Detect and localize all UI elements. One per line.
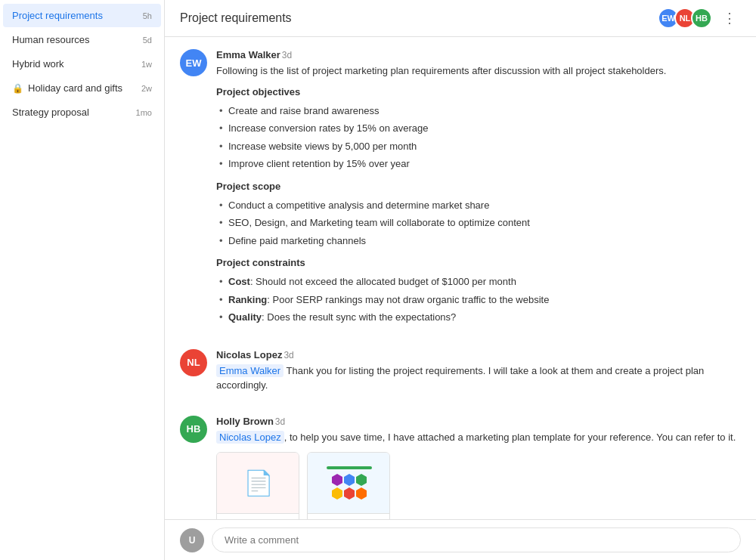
section-title: Project scope bbox=[216, 181, 741, 192]
lock-icon: 🔒 bbox=[12, 83, 23, 94]
hex bbox=[356, 487, 367, 500]
sidebar-item-badge: 1mo bbox=[136, 108, 152, 117]
hex-row bbox=[332, 487, 367, 500]
header-right: EW NL HB ⋮ bbox=[658, 8, 741, 29]
attachment-thumb: 📄 bbox=[217, 453, 299, 513]
post-avatar: NL bbox=[180, 349, 207, 376]
page-title: Project requirements bbox=[180, 11, 292, 25]
sidebar-item-label: Hybrid work bbox=[12, 58, 137, 70]
hex-row bbox=[332, 474, 367, 486]
more-options-button[interactable]: ⋮ bbox=[718, 8, 741, 28]
sidebar-item-label: Holiday card and gifts bbox=[28, 82, 137, 94]
list-item: Quality: Does the result sync with the e… bbox=[216, 308, 741, 326]
post-text: Emma Walker Thank you for listing the pr… bbox=[216, 364, 741, 393]
sidebar-item-strategy-proposal[interactable]: Strategy proposal1mo bbox=[3, 101, 161, 124]
post-holly-post: HBHolly Brown3dNicolas Lopez, to help yo… bbox=[180, 416, 741, 520]
hex-visual bbox=[327, 466, 372, 500]
bullet-list: Create and raise brand awarenessIncrease… bbox=[216, 102, 741, 173]
list-item: Conduct a competitive analysis and deter… bbox=[216, 196, 741, 215]
bullet-list: Conduct a competitive analysis and deter… bbox=[216, 196, 741, 250]
list-item: Define paid marketing channels bbox=[216, 232, 741, 250]
list-item: SEO, Design, and Marketing team will col… bbox=[216, 214, 741, 232]
list-item: Create and raise brand awareness bbox=[216, 102, 741, 120]
hex bbox=[332, 487, 342, 500]
current-user-avatar: U bbox=[180, 528, 204, 552]
comment-input[interactable] bbox=[212, 528, 741, 552]
avatar-group: EW NL HB bbox=[658, 8, 712, 29]
post-time: 3d bbox=[284, 350, 293, 360]
hex bbox=[332, 474, 342, 486]
attachment-info: Marketing-stra...Proof this file 2h bbox=[308, 513, 389, 519]
comment-input-area: U bbox=[165, 519, 756, 560]
mention: Nicolas Lopez bbox=[216, 431, 284, 444]
list-item: Cost: Should not exceed the allocated bu… bbox=[216, 273, 741, 291]
post-avatar: EW bbox=[180, 49, 207, 76]
post-time: 3d bbox=[275, 416, 285, 427]
sidebar-item-badge: 2w bbox=[141, 84, 152, 93]
mention: Emma Walker bbox=[216, 364, 284, 377]
sidebar-item-project-requirements[interactable]: Project requirements5h bbox=[3, 4, 161, 27]
post-body: Emma Walker3dFollowing is the list of pr… bbox=[216, 49, 741, 331]
hex bbox=[356, 474, 367, 486]
list-item: Ranking: Poor SERP rankings may not draw… bbox=[216, 291, 741, 309]
post-avatar: HB bbox=[180, 416, 207, 443]
sidebar-item-label: Strategy proposal bbox=[12, 107, 132, 118]
main-panel: Project requirements EW NL HB ⋮ EWEmma W… bbox=[165, 0, 756, 560]
hex bbox=[344, 487, 355, 500]
sidebar-item-human-resources[interactable]: Human resources5d bbox=[3, 28, 161, 51]
avatar-3: HB bbox=[691, 8, 712, 29]
attachments: 📄Marketing-plan...Proof this file 2h bbox=[216, 452, 741, 519]
sidebar-item-holiday-card[interactable]: 🔒Holiday card and gifts2w bbox=[3, 76, 161, 100]
sidebar: Project requirements5hHuman resources5dH… bbox=[0, 0, 165, 560]
green-bar bbox=[327, 466, 372, 469]
post-body: Holly Brown3dNicolas Lopez, to help you … bbox=[216, 416, 741, 520]
main-header: Project requirements EW NL HB ⋮ bbox=[165, 0, 756, 37]
list-item: Increase conversion rates by 15% on aver… bbox=[216, 119, 741, 138]
attachment-card[interactable]: 📄Marketing-plan...Proof this file 2h bbox=[216, 452, 299, 519]
post-author: Holly Brown3d bbox=[216, 416, 741, 427]
sidebar-item-badge: 5h bbox=[143, 11, 152, 20]
list-item: Improve client retention by 15% over yea… bbox=[216, 155, 741, 173]
section-title: Project objectives bbox=[216, 86, 741, 97]
sidebar-item-label: Human resources bbox=[12, 34, 138, 45]
pdf-icon: 📄 bbox=[243, 469, 274, 497]
attachment-thumb bbox=[308, 453, 390, 513]
sidebar-item-badge: 5d bbox=[143, 36, 152, 45]
sidebar-item-hybrid-work[interactable]: Hybrid work1w bbox=[3, 52, 161, 76]
post-time: 3d bbox=[282, 50, 292, 60]
attachment-card[interactable]: Marketing-stra...Proof this file 2h bbox=[307, 452, 390, 519]
post-author: Emma Walker3d bbox=[216, 49, 741, 60]
sidebar-item-label: Project requirements bbox=[12, 10, 138, 21]
post-emma-post: EWEmma Walker3dFollowing is the list of … bbox=[180, 49, 741, 331]
section-title: Project constraints bbox=[216, 257, 741, 268]
post-intro: Following is the list of project marketi… bbox=[216, 63, 741, 79]
hex bbox=[344, 474, 355, 486]
post-nicolas-post: NLNicolas Lopez3dEmma Walker Thank you f… bbox=[180, 349, 741, 398]
bullet-list: Cost: Should not exceed the allocated bu… bbox=[216, 273, 741, 326]
sidebar-item-badge: 1w bbox=[141, 60, 152, 69]
post-text: Nicolas Lopez, to help you save time, I … bbox=[216, 430, 741, 445]
post-author: Nicolas Lopez3d bbox=[216, 349, 741, 360]
content-area: EWEmma Walker3dFollowing is the list of … bbox=[165, 37, 756, 519]
post-body: Nicolas Lopez3dEmma Walker Thank you for… bbox=[216, 349, 741, 398]
list-item: Increase website views by 5,000 per mont… bbox=[216, 138, 741, 156]
attachment-info: Marketing-plan...Proof this file 2h bbox=[217, 513, 299, 519]
